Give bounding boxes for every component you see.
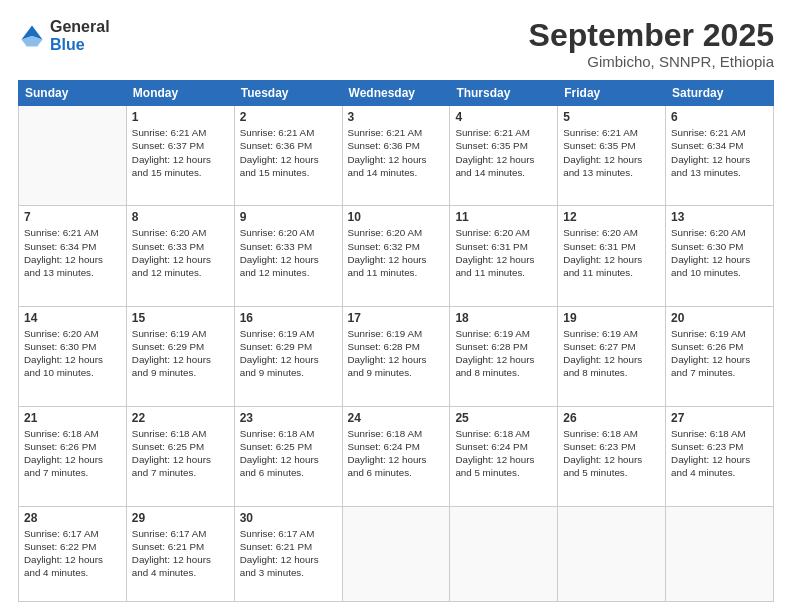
day-info: Sunrise: 6:17 AMSunset: 6:22 PMDaylight:…: [24, 527, 121, 580]
day-number: 30: [240, 511, 337, 525]
table-row: 2Sunrise: 6:21 AMSunset: 6:36 PMDaylight…: [234, 106, 342, 206]
logo: General Blue: [18, 18, 110, 55]
table-row: 17Sunrise: 6:19 AMSunset: 6:28 PMDayligh…: [342, 306, 450, 406]
day-info: Sunrise: 6:18 AMSunset: 6:26 PMDaylight:…: [24, 427, 121, 480]
table-row: 20Sunrise: 6:19 AMSunset: 6:26 PMDayligh…: [666, 306, 774, 406]
table-row: 4Sunrise: 6:21 AMSunset: 6:35 PMDaylight…: [450, 106, 558, 206]
table-row: [558, 506, 666, 601]
day-info: Sunrise: 6:18 AMSunset: 6:25 PMDaylight:…: [132, 427, 229, 480]
table-row: [19, 106, 127, 206]
table-row: [342, 506, 450, 601]
table-row: 28Sunrise: 6:17 AMSunset: 6:22 PMDayligh…: [19, 506, 127, 601]
table-row: 1Sunrise: 6:21 AMSunset: 6:37 PMDaylight…: [126, 106, 234, 206]
day-number: 11: [455, 210, 552, 224]
day-info: Sunrise: 6:20 AMSunset: 6:30 PMDaylight:…: [24, 327, 121, 380]
day-info: Sunrise: 6:21 AMSunset: 6:35 PMDaylight:…: [455, 126, 552, 179]
day-info: Sunrise: 6:21 AMSunset: 6:36 PMDaylight:…: [240, 126, 337, 179]
logo-text: General Blue: [50, 18, 110, 55]
day-number: 26: [563, 411, 660, 425]
day-info: Sunrise: 6:20 AMSunset: 6:33 PMDaylight:…: [132, 226, 229, 279]
day-number: 29: [132, 511, 229, 525]
day-number: 1: [132, 110, 229, 124]
col-thursday: Thursday: [450, 81, 558, 106]
table-row: [450, 506, 558, 601]
day-number: 10: [348, 210, 445, 224]
day-number: 25: [455, 411, 552, 425]
day-info: Sunrise: 6:17 AMSunset: 6:21 PMDaylight:…: [132, 527, 229, 580]
day-number: 22: [132, 411, 229, 425]
day-info: Sunrise: 6:19 AMSunset: 6:29 PMDaylight:…: [132, 327, 229, 380]
table-row: 7Sunrise: 6:21 AMSunset: 6:34 PMDaylight…: [19, 206, 127, 306]
table-row: [666, 506, 774, 601]
day-info: Sunrise: 6:21 AMSunset: 6:34 PMDaylight:…: [24, 226, 121, 279]
day-number: 3: [348, 110, 445, 124]
day-info: Sunrise: 6:18 AMSunset: 6:23 PMDaylight:…: [563, 427, 660, 480]
day-number: 27: [671, 411, 768, 425]
table-row: 25Sunrise: 6:18 AMSunset: 6:24 PMDayligh…: [450, 406, 558, 506]
table-row: 8Sunrise: 6:20 AMSunset: 6:33 PMDaylight…: [126, 206, 234, 306]
day-info: Sunrise: 6:19 AMSunset: 6:26 PMDaylight:…: [671, 327, 768, 380]
table-row: 27Sunrise: 6:18 AMSunset: 6:23 PMDayligh…: [666, 406, 774, 506]
table-row: 21Sunrise: 6:18 AMSunset: 6:26 PMDayligh…: [19, 406, 127, 506]
day-info: Sunrise: 6:20 AMSunset: 6:30 PMDaylight:…: [671, 226, 768, 279]
day-info: Sunrise: 6:17 AMSunset: 6:21 PMDaylight:…: [240, 527, 337, 580]
day-info: Sunrise: 6:19 AMSunset: 6:28 PMDaylight:…: [348, 327, 445, 380]
day-info: Sunrise: 6:19 AMSunset: 6:27 PMDaylight:…: [563, 327, 660, 380]
table-row: 16Sunrise: 6:19 AMSunset: 6:29 PMDayligh…: [234, 306, 342, 406]
day-number: 13: [671, 210, 768, 224]
day-number: 16: [240, 311, 337, 325]
calendar-header-row: Sunday Monday Tuesday Wednesday Thursday…: [19, 81, 774, 106]
col-wednesday: Wednesday: [342, 81, 450, 106]
table-row: 5Sunrise: 6:21 AMSunset: 6:35 PMDaylight…: [558, 106, 666, 206]
col-tuesday: Tuesday: [234, 81, 342, 106]
table-row: 22Sunrise: 6:18 AMSunset: 6:25 PMDayligh…: [126, 406, 234, 506]
day-number: 17: [348, 311, 445, 325]
day-number: 15: [132, 311, 229, 325]
day-info: Sunrise: 6:20 AMSunset: 6:31 PMDaylight:…: [455, 226, 552, 279]
table-row: 10Sunrise: 6:20 AMSunset: 6:32 PMDayligh…: [342, 206, 450, 306]
col-monday: Monday: [126, 81, 234, 106]
table-row: 15Sunrise: 6:19 AMSunset: 6:29 PMDayligh…: [126, 306, 234, 406]
day-info: Sunrise: 6:19 AMSunset: 6:29 PMDaylight:…: [240, 327, 337, 380]
day-info: Sunrise: 6:18 AMSunset: 6:23 PMDaylight:…: [671, 427, 768, 480]
day-number: 14: [24, 311, 121, 325]
location-subtitle: Gimbicho, SNNPR, Ethiopia: [529, 53, 774, 70]
col-friday: Friday: [558, 81, 666, 106]
day-info: Sunrise: 6:20 AMSunset: 6:33 PMDaylight:…: [240, 226, 337, 279]
table-row: 23Sunrise: 6:18 AMSunset: 6:25 PMDayligh…: [234, 406, 342, 506]
day-info: Sunrise: 6:21 AMSunset: 6:37 PMDaylight:…: [132, 126, 229, 179]
table-row: 18Sunrise: 6:19 AMSunset: 6:28 PMDayligh…: [450, 306, 558, 406]
day-number: 9: [240, 210, 337, 224]
day-number: 18: [455, 311, 552, 325]
table-row: 11Sunrise: 6:20 AMSunset: 6:31 PMDayligh…: [450, 206, 558, 306]
day-info: Sunrise: 6:21 AMSunset: 6:34 PMDaylight:…: [671, 126, 768, 179]
month-title: September 2025: [529, 18, 774, 53]
day-number: 4: [455, 110, 552, 124]
table-row: 29Sunrise: 6:17 AMSunset: 6:21 PMDayligh…: [126, 506, 234, 601]
day-number: 19: [563, 311, 660, 325]
table-row: 14Sunrise: 6:20 AMSunset: 6:30 PMDayligh…: [19, 306, 127, 406]
day-number: 24: [348, 411, 445, 425]
table-row: 3Sunrise: 6:21 AMSunset: 6:36 PMDaylight…: [342, 106, 450, 206]
day-number: 2: [240, 110, 337, 124]
table-row: 24Sunrise: 6:18 AMSunset: 6:24 PMDayligh…: [342, 406, 450, 506]
table-row: 26Sunrise: 6:18 AMSunset: 6:23 PMDayligh…: [558, 406, 666, 506]
day-info: Sunrise: 6:20 AMSunset: 6:32 PMDaylight:…: [348, 226, 445, 279]
table-row: 9Sunrise: 6:20 AMSunset: 6:33 PMDaylight…: [234, 206, 342, 306]
logo-icon: [18, 22, 46, 50]
day-info: Sunrise: 6:18 AMSunset: 6:25 PMDaylight:…: [240, 427, 337, 480]
table-row: 19Sunrise: 6:19 AMSunset: 6:27 PMDayligh…: [558, 306, 666, 406]
day-number: 28: [24, 511, 121, 525]
day-info: Sunrise: 6:18 AMSunset: 6:24 PMDaylight:…: [455, 427, 552, 480]
calendar-page: General Blue September 2025 Gimbicho, SN…: [0, 0, 792, 612]
day-number: 8: [132, 210, 229, 224]
table-row: 13Sunrise: 6:20 AMSunset: 6:30 PMDayligh…: [666, 206, 774, 306]
header: General Blue September 2025 Gimbicho, SN…: [18, 18, 774, 70]
day-number: 6: [671, 110, 768, 124]
logo-blue: Blue: [50, 36, 85, 53]
day-number: 21: [24, 411, 121, 425]
day-number: 20: [671, 311, 768, 325]
day-number: 23: [240, 411, 337, 425]
table-row: 30Sunrise: 6:17 AMSunset: 6:21 PMDayligh…: [234, 506, 342, 601]
day-number: 12: [563, 210, 660, 224]
